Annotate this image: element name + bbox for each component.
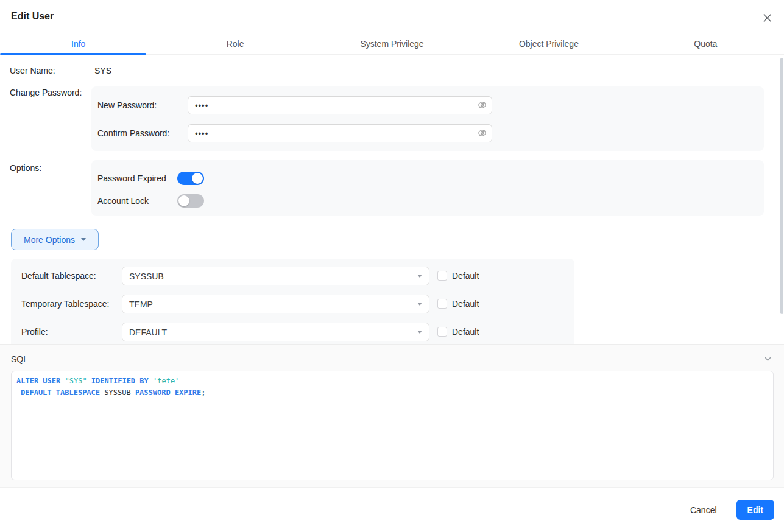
account-lock-label: Account Lock [97, 195, 149, 207]
options-panel: Password Expired Account Lock [91, 160, 764, 216]
eye-invisible-icon [478, 128, 487, 138]
tab-bar: Info Role System Privilege Object Privil… [0, 34, 784, 55]
dialog-title: Edit User [11, 10, 54, 23]
temporary-tablespace-label: Temporary Tablespace: [21, 298, 109, 310]
more-options-label: More Options [24, 235, 75, 245]
new-password-input[interactable] [188, 96, 492, 114]
more-options-panel: Default Tablespace: SYSSUB Default Tempo… [11, 259, 574, 344]
close-button[interactable] [760, 10, 774, 25]
tab-object-privilege[interactable]: Object Privilege [470, 34, 627, 54]
sql-editor[interactable]: ALTER USER "SYS" IDENTIFIED BY 'tete' DE… [11, 371, 774, 480]
sql-collapse-button[interactable] [764, 355, 772, 363]
dialog-body: User Name: SYS Change Password: New Pass… [0, 55, 784, 344]
select-value: SYSSUB [129, 271, 417, 281]
edit-user-dialog: Edit User Info Role System Privilege Obj… [0, 0, 784, 532]
default-checkbox[interactable] [437, 271, 447, 281]
more-options-button[interactable]: More Options [11, 229, 99, 250]
tab-label: System Privilege [360, 39, 423, 49]
sql-string: 'tete' [153, 377, 179, 385]
scrollbar-thumb[interactable] [780, 58, 783, 314]
sql-keyword: PASSWORD EXPIRE [135, 388, 201, 397]
chevron-down-icon [764, 355, 772, 363]
default-checkbox[interactable] [437, 299, 447, 309]
toggle-password-visibility-button[interactable] [478, 128, 487, 138]
change-password-label: Change Password: [10, 86, 82, 99]
edit-button[interactable]: Edit [736, 500, 774, 520]
toggle-password-visibility-button[interactable] [478, 100, 487, 110]
caret-down-icon [81, 238, 86, 241]
user-name-value: SYS [94, 65, 111, 77]
tab-system-privilege[interactable]: System Privilege [314, 34, 470, 54]
default-checkbox-label: Default [452, 298, 479, 310]
sql-string: "SYS" [65, 377, 87, 385]
options-label: Options: [10, 162, 41, 174]
change-password-panel: New Password: Confirm Password: [91, 86, 764, 151]
tab-label: Object Privilege [519, 39, 579, 49]
sql-punctuation: ; [201, 388, 205, 397]
confirm-password-field [188, 124, 492, 142]
password-expired-toggle[interactable] [177, 172, 204, 185]
tab-label: Role [227, 39, 244, 49]
toggle-knob [178, 195, 189, 206]
profile-label: Profile: [21, 326, 48, 338]
default-tablespace-select[interactable]: SYSSUB [122, 267, 429, 285]
password-expired-label: Password Expired [97, 172, 166, 184]
tab-quota[interactable]: Quota [627, 34, 784, 54]
new-password-label: New Password: [97, 99, 157, 111]
tab-label: Quota [694, 39, 717, 49]
sql-keyword: ALTER USER [16, 377, 60, 385]
default-checkbox-label: Default [452, 326, 479, 338]
sql-header-label: SQL [11, 353, 28, 365]
sql-keyword: DEFAULT TABLESPACE [21, 388, 100, 397]
sql-line: ALTER USER "SYS" IDENTIFIED BY 'tete' [16, 376, 768, 387]
default-tablespace-label: Default Tablespace: [21, 270, 96, 282]
tab-role[interactable]: Role [157, 34, 313, 54]
select-value: DEFAULT [129, 327, 417, 337]
profile-select[interactable]: DEFAULT [122, 323, 429, 341]
confirm-password-label: Confirm Password: [97, 127, 169, 139]
sql-panel: SQL ALTER USER "SYS" IDENTIFIED BY 'tete… [0, 344, 784, 488]
sql-identifier: SYSSUB [104, 388, 130, 397]
caret-down-icon [417, 331, 422, 334]
tab-info[interactable]: Info [0, 34, 157, 54]
cancel-button[interactable]: Cancel [689, 503, 718, 517]
temporary-tablespace-select[interactable]: TEMP [122, 295, 429, 313]
account-lock-toggle[interactable] [177, 194, 204, 208]
confirm-password-input[interactable] [188, 124, 492, 142]
tab-label: Info [71, 39, 85, 49]
sql-line: DEFAULT TABLESPACE SYSSUB PASSWORD EXPIR… [16, 387, 768, 399]
eye-invisible-icon [478, 100, 487, 110]
sql-keyword: IDENTIFIED BY [91, 377, 149, 385]
user-name-label: User Name: [10, 65, 55, 77]
caret-down-icon [417, 275, 422, 278]
default-checkbox-label: Default [452, 270, 479, 282]
dialog-footer: Cancel Edit [0, 488, 784, 532]
close-icon [763, 13, 772, 23]
default-checkbox[interactable] [437, 327, 447, 337]
caret-down-icon [417, 303, 422, 306]
toggle-knob [192, 173, 203, 184]
new-password-field [188, 96, 492, 114]
select-value: TEMP [129, 299, 417, 309]
